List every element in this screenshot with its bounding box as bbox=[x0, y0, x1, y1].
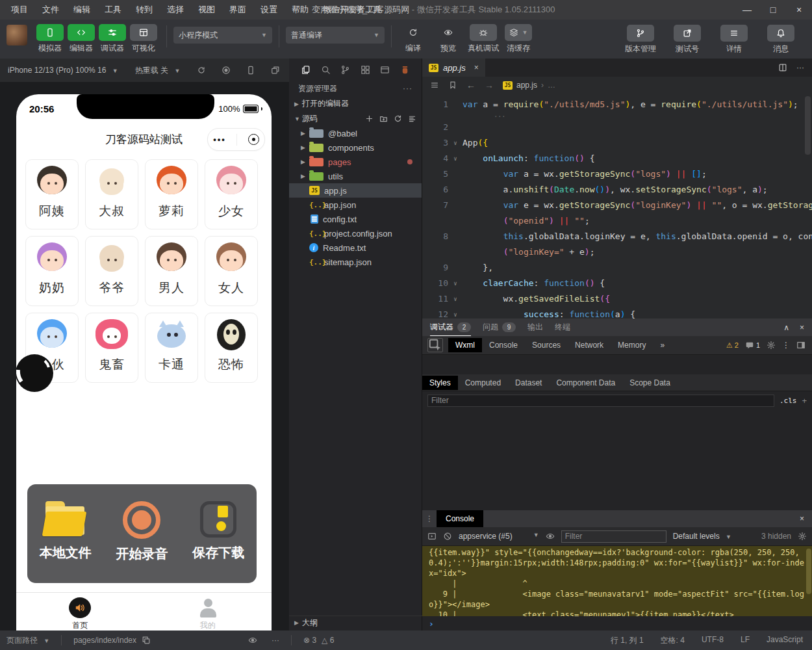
source-control-icon[interactable] bbox=[340, 65, 350, 75]
code-line[interactable]: 6 a.unshift(Date.now()), wx.setStorageSy… bbox=[422, 182, 812, 198]
menu-item[interactable]: 转到 bbox=[129, 0, 160, 20]
styles-tab-dataset[interactable]: Dataset bbox=[508, 376, 549, 390]
code-line[interactable]: 9 }, bbox=[422, 260, 812, 276]
toolbar-button-sliders[interactable]: 调试器 bbox=[97, 24, 127, 54]
tree-item-pages[interactable]: ▶pages bbox=[289, 155, 422, 169]
wxml-tree-area[interactable] bbox=[422, 355, 812, 374]
close-tab-icon[interactable]: × bbox=[474, 63, 479, 72]
clear-console-icon[interactable] bbox=[443, 532, 452, 541]
tool-branch[interactable]: 版本管理 bbox=[622, 25, 659, 55]
code-line[interactable]: ("openid") || ""; bbox=[422, 213, 812, 229]
console-tab[interactable]: Console bbox=[437, 510, 483, 527]
status-item[interactable]: JavaScript bbox=[767, 635, 803, 646]
cls-toggle[interactable]: .cls bbox=[780, 396, 797, 405]
code-line[interactable]: 1var a = require("./utils/md5.js"), e = … bbox=[422, 97, 812, 112]
code-line[interactable]: 2 bbox=[422, 120, 812, 135]
panel-tab-终端[interactable]: 终端 bbox=[555, 322, 570, 333]
devtools-settings-icon[interactable] bbox=[767, 341, 776, 350]
hot-reload-toggle[interactable]: 热重载 关 ▼ bbox=[135, 65, 181, 76]
console-sidebar-icon[interactable] bbox=[427, 532, 437, 541]
code-line[interactable]: 8 this.globalData.loginKey = e, this.glo… bbox=[422, 229, 812, 244]
back-icon[interactable]: ← bbox=[466, 80, 476, 90]
editor-scrollbar[interactable] bbox=[805, 96, 811, 155]
warning-count[interactable]: ⚠2 bbox=[726, 341, 739, 350]
split-editor-icon[interactable] bbox=[778, 63, 787, 72]
minimize-button[interactable]: — bbox=[734, 0, 760, 20]
menu-item[interactable]: 界面 bbox=[222, 0, 253, 20]
maximize-button[interactable]: □ bbox=[760, 0, 786, 20]
styles-tab-styles[interactable]: Styles bbox=[422, 376, 458, 390]
page-path-label[interactable]: 页面路径 ▼ bbox=[6, 635, 49, 646]
code-line[interactable]: 7 var e = wx.getStorageSync("loginKey") … bbox=[422, 198, 812, 213]
devtools-tab-memory[interactable]: Memory bbox=[611, 338, 653, 352]
new-folder-icon[interactable] bbox=[379, 114, 388, 123]
tree-item-project-config-json[interactable]: {..}project.config.json bbox=[289, 226, 422, 240]
tree-item-app-js[interactable]: JSapp.js bbox=[289, 183, 422, 198]
new-file-icon[interactable] bbox=[365, 114, 374, 123]
close-panel-icon[interactable]: × bbox=[800, 323, 804, 332]
menu-item[interactable]: 编辑 bbox=[66, 0, 97, 20]
console-prompt[interactable]: › bbox=[422, 616, 812, 630]
compile-select[interactable]: 普通编译▼ bbox=[286, 27, 385, 44]
status-item[interactable]: LF bbox=[741, 635, 750, 646]
multi-window-icon[interactable] bbox=[271, 66, 280, 75]
menu-item[interactable]: 帮助 bbox=[285, 0, 316, 20]
code-line[interactable]: 10∨ claerCache: function() { bbox=[422, 276, 812, 291]
phone-tab-mine[interactable]: 我的 bbox=[144, 593, 272, 630]
record-icon[interactable] bbox=[222, 66, 231, 75]
eye-icon[interactable] bbox=[546, 532, 555, 541]
styles-tab-computed[interactable]: Computed bbox=[458, 376, 508, 390]
voice-card-hood[interactable]: 恐怖 bbox=[205, 313, 258, 383]
tool-external[interactable]: 测试号 bbox=[669, 25, 705, 55]
code-line[interactable]: ··· bbox=[422, 112, 812, 120]
toolbar-button-layout[interactable]: 可视化 bbox=[129, 24, 159, 54]
menu-item[interactable]: 文件 bbox=[35, 0, 66, 20]
more-icon[interactable]: ··· bbox=[272, 636, 279, 645]
more-actions-icon[interactable]: ··· bbox=[796, 63, 804, 72]
capsule-menu[interactable]: ••• bbox=[207, 128, 265, 151]
panel-tab-输出[interactable]: 输出 bbox=[527, 322, 543, 333]
code-line[interactable]: 3∨App({ bbox=[422, 135, 812, 151]
action-eye[interactable]: 预览 bbox=[433, 24, 463, 54]
tree-item-utils[interactable]: ▶utils bbox=[289, 169, 422, 183]
tree-item-components[interactable]: ▶components bbox=[289, 140, 422, 155]
voice-card-hair[interactable]: 男人 bbox=[145, 236, 198, 306]
menu-icon[interactable] bbox=[430, 81, 439, 90]
tree-item-Readme-txt[interactable]: iReadme.txt bbox=[289, 240, 422, 255]
outline-section[interactable]: ▶大纲 bbox=[289, 616, 427, 629]
error-count[interactable]: ⊗ 3 bbox=[303, 636, 316, 645]
tree-item-config-txt[interactable]: config.txt bbox=[289, 212, 422, 226]
code-editor[interactable]: 1var a = require("./utils/md5.js"), e = … bbox=[422, 94, 812, 321]
more-icon[interactable]: ••• bbox=[213, 136, 226, 143]
menu-item[interactable]: 选择 bbox=[160, 0, 191, 20]
user-avatar[interactable] bbox=[6, 25, 27, 46]
message-count[interactable]: 1 bbox=[745, 341, 760, 350]
forward-icon[interactable]: → bbox=[485, 80, 494, 90]
status-item[interactable]: 行 1, 列 1 bbox=[611, 635, 644, 646]
action-layers[interactable]: ▼清缓存 bbox=[503, 24, 533, 54]
more-icon[interactable]: ··· bbox=[403, 84, 412, 93]
collapse-panel-icon[interactable]: ∧ bbox=[783, 323, 789, 332]
phone-action-save[interactable]: 保存下载 bbox=[183, 501, 254, 562]
menu-item[interactable]: 设置 bbox=[253, 0, 285, 20]
tool-bell[interactable]: 消息 bbox=[763, 25, 799, 55]
status-item[interactable]: UTF-8 bbox=[702, 635, 724, 646]
devtools-tab-console[interactable]: Console bbox=[482, 338, 525, 352]
device-selector[interactable]: iPhone 12/13 (Pro) 100% 16 ▼ bbox=[8, 66, 118, 75]
inspect-icon[interactable] bbox=[427, 338, 443, 352]
section-open-editors[interactable]: ▶打开的编辑器 bbox=[289, 96, 422, 111]
devtools-tab-wxml[interactable]: Wxml bbox=[448, 338, 482, 352]
collapse-all-icon[interactable] bbox=[408, 114, 416, 123]
devtools-tab-sources[interactable]: Sources bbox=[525, 338, 568, 352]
code-line[interactable]: 11∨ wx.getSavedFileList({ bbox=[422, 291, 812, 307]
voice-card-hair[interactable]: 萝莉 bbox=[145, 159, 198, 229]
warning-count[interactable]: △ 6 bbox=[322, 636, 334, 645]
console-scrollbar[interactable] bbox=[806, 549, 811, 594]
plugin-jar-icon[interactable] bbox=[400, 65, 410, 75]
new-style-rule-icon[interactable]: + bbox=[802, 396, 807, 406]
status-item[interactable]: 空格: 4 bbox=[661, 635, 685, 646]
phone-action-folder[interactable]: 本地文件 bbox=[30, 501, 101, 562]
menu-item[interactable]: 工具 bbox=[97, 0, 129, 20]
copy-icon[interactable] bbox=[142, 636, 151, 645]
breadcrumb[interactable]: JS app.js › … bbox=[503, 81, 555, 90]
